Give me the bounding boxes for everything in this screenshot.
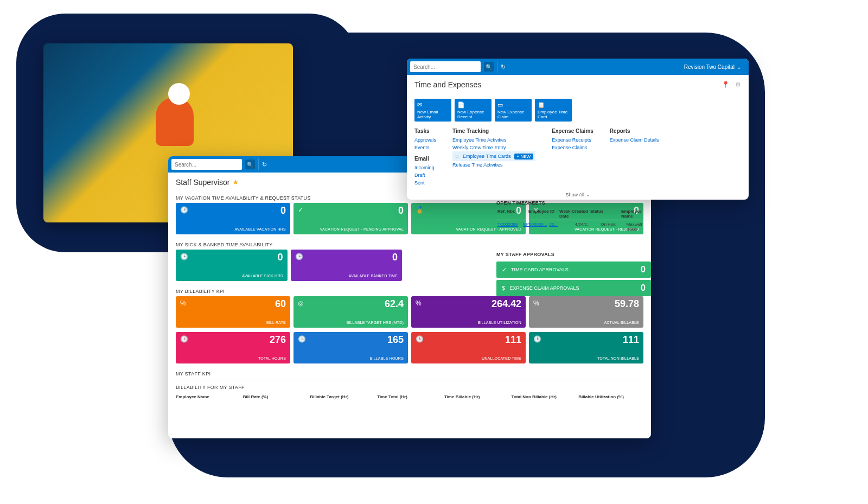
link-expense-claims[interactable]: Expense Claims — [552, 144, 593, 151]
staff-approvals-heading: MY STAFF APPROVALS — [496, 250, 651, 259]
email-heading: Email — [414, 156, 436, 162]
chevron-down-icon: ⌄ — [737, 64, 741, 70]
link-expense-receipts[interactable]: Expense Receipts — [552, 136, 593, 144]
staff-table-header: Employee NameBill Rate (%)Billable Targe… — [168, 392, 651, 401]
pin-icon[interactable]: 📍 — [722, 81, 730, 88]
expense-claims-heading: Expense Claims — [552, 128, 593, 134]
tile-vacation-pending[interactable]: ✓0VACATION REQUEST - PENDING APPROVAL — [293, 203, 408, 234]
tile-actual-billable[interactable]: %59.78ACTUAL BILLABLE — [529, 296, 643, 328]
time-card-approvals-tile[interactable]: ✓ TIME CARD APRROVALS0 — [496, 261, 651, 278]
check-circle-icon: ✓ — [502, 266, 507, 273]
refresh-icon[interactable]: ↻ — [497, 61, 509, 73]
search-input[interactable] — [171, 159, 242, 170]
employee-time-card-button[interactable]: 📋Employee Time Card — [535, 99, 572, 122]
expense-claim-approvals-tile[interactable]: $ EXPENSE CLAIM APPROVALS0 — [496, 280, 651, 296]
new-expense-receipt-button[interactable]: 📄New Expense Receipt — [455, 99, 492, 122]
star-icon[interactable]: ★ — [233, 178, 239, 186]
tile-unallocated[interactable]: 🕒111UNALLOCATED TIME — [411, 332, 526, 363]
new-expense-claim-button[interactable]: ▭New Expense Claim — [495, 99, 532, 122]
link-incoming[interactable]: Incoming — [414, 164, 436, 171]
link-release-time[interactable]: Release Time Activities — [452, 161, 535, 169]
tile-sick-hrs[interactable]: 🕒0AVAILABLE SICK HRS — [176, 250, 288, 281]
tile-vacation-hrs[interactable]: 🕒0AVAILABLE VACATION HRS — [176, 203, 290, 234]
link-sent[interactable]: Sent — [414, 179, 436, 187]
tile-non-billable[interactable]: 🕒111TOTAL NON BILLABLE — [529, 332, 643, 363]
time-expenses-panel: 🔍 ↻ Revision Two Capital⌄ Time and Expen… — [407, 59, 749, 200]
link-time-activities[interactable]: Employee Time Activities — [452, 136, 535, 144]
section-staff-kpi: MY STAFF KPI — [168, 368, 651, 379]
gear-icon[interactable]: ⚙ — [735, 81, 741, 88]
page-title: Time and Expenses — [414, 80, 481, 89]
timesheet-header: Ref. Nbr.Employee ID Week Created DateSt… — [496, 208, 651, 220]
new-badge[interactable]: + NEW — [514, 154, 534, 160]
time-tracking-heading: Time Tracking — [452, 128, 535, 134]
tile-billable-util[interactable]: %264.42BILLABLE UTILIZATION — [411, 296, 526, 328]
tasks-heading: Tasks — [414, 128, 436, 134]
link-events[interactable]: Events — [414, 144, 436, 151]
dollar-icon: $ — [502, 285, 505, 291]
new-email-button[interactable]: ✉New Email Activity — [414, 99, 451, 122]
tile-bill-rate[interactable]: %60BILL RATE — [176, 296, 290, 328]
show-all-button[interactable]: Show All ⌄ — [407, 189, 749, 200]
refresh-icon[interactable]: ↻ — [258, 158, 270, 170]
link-expense-claim-details[interactable]: Expense Claim Details — [610, 136, 659, 144]
timesheet-row[interactable]: TC002088EP000000... 20...4/24/2... On Ho… — [496, 220, 651, 233]
search-input[interactable] — [410, 61, 481, 72]
tile-billable-hours[interactable]: 🕒165BILLABLE HOURS — [293, 332, 408, 363]
tile-billable-target[interactable]: ◎62.4BILLABLE TARGET HRS (MTD) — [293, 296, 408, 328]
company-selector[interactable]: Revision Two Capital⌄ — [680, 64, 745, 70]
tile-total-hours[interactable]: 🕒276TOTAL HOURS — [176, 332, 290, 363]
reports-heading: Reports — [610, 128, 659, 134]
search-icon[interactable]: 🔍 — [245, 160, 255, 169]
link-time-cards-highlighted[interactable]: ☆ Employee Time Cards + NEW — [452, 151, 535, 161]
link-weekly-crew[interactable]: Weekly Crew Time Entry — [452, 144, 535, 151]
tile-banked-time[interactable]: 🕒0AVAILABLE BANKED TIME — [291, 250, 403, 281]
link-approvals[interactable]: Approvals — [414, 136, 436, 144]
search-icon[interactable]: 🔍 — [484, 62, 494, 72]
link-draft[interactable]: Draft — [414, 171, 436, 179]
section-billability-staff: BILLABILITY FOR MY STAFF — [168, 381, 651, 392]
side-column: OPEN TIMESHEETS Ref. Nbr.Employee ID Wee… — [496, 198, 651, 298]
